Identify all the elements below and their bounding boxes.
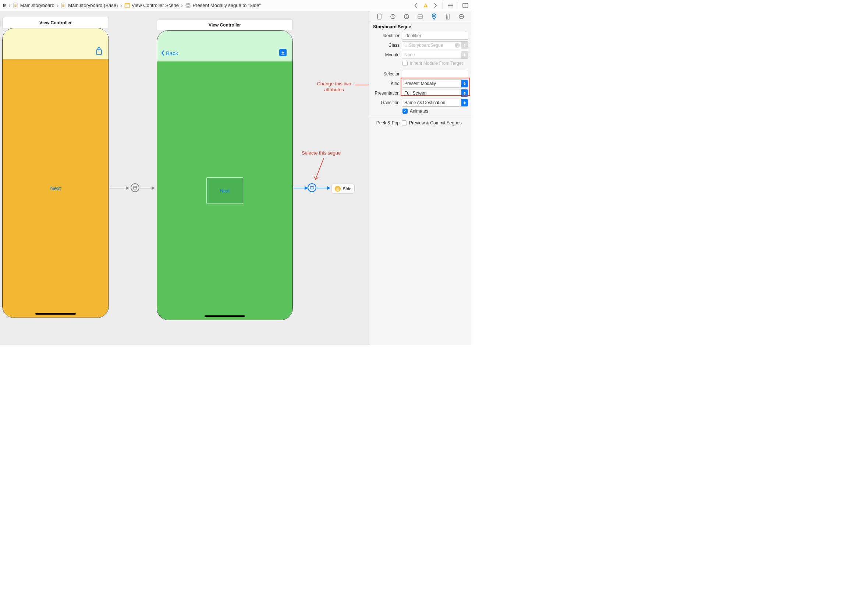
segue-icon-modal-selected[interactable] xyxy=(308,183,316,192)
storyboard-file-icon xyxy=(13,3,19,9)
attributes-inspector-tab-icon[interactable] xyxy=(430,13,438,21)
download-icon[interactable] xyxy=(279,49,287,56)
kind-label: Kind xyxy=(369,81,400,86)
storyboard-canvas[interactable]: View Controller Next View Controller xyxy=(0,11,369,345)
storyboard-ref-icon: ◎ xyxy=(335,186,341,192)
home-indicator xyxy=(35,313,76,315)
inspector-divider xyxy=(369,117,471,117)
svg-rect-2 xyxy=(14,5,16,6)
kind-row: Kind Present Modally xyxy=(369,79,471,88)
svg-rect-17 xyxy=(463,3,468,8)
breadcrumb-label: Present Modally segue to "Side" xyxy=(192,3,261,8)
selector-input[interactable] xyxy=(402,70,468,78)
size-inspector-tab-icon[interactable] xyxy=(444,13,452,21)
vc2-body: Next xyxy=(157,62,293,320)
toolbar-divider xyxy=(458,2,458,9)
breadcrumb-item-1[interactable]: Main.storyboard xyxy=(12,3,55,9)
identifier-label: Identifier xyxy=(369,33,400,38)
chevron-updown-icon xyxy=(462,89,468,97)
issues-warning-icon[interactable] xyxy=(422,2,429,9)
svg-rect-5 xyxy=(62,4,64,4)
annotation-arrow-attributes xyxy=(355,85,369,85)
breadcrumb-item-4[interactable]: Present Modally segue to "Side" xyxy=(184,3,262,9)
side-reference-badge[interactable]: ◎ Side xyxy=(331,184,355,194)
annotation-change-attributes: Change this two attributes xyxy=(312,81,356,93)
inherit-module-checkbox[interactable] xyxy=(403,61,407,66)
nav-forward-button[interactable] xyxy=(432,2,439,9)
breadcrumb-label: View Controller Scene xyxy=(132,3,179,8)
scene-icon xyxy=(125,3,130,9)
breadcrumb-label: Main.storyboard (Base) xyxy=(68,3,118,8)
breadcrumb-right-controls xyxy=(412,2,469,9)
svg-rect-28 xyxy=(378,14,381,19)
presentation-select[interactable]: Full Screen xyxy=(402,89,468,97)
nav-back-button[interactable] xyxy=(412,2,420,9)
transition-select[interactable]: Same As Destination xyxy=(402,98,468,107)
breadcrumb-label: Main.storyboard xyxy=(20,3,54,8)
view-controller-2[interactable]: View Controller Back Next xyxy=(157,19,293,320)
back-button[interactable]: Back xyxy=(161,50,178,56)
back-label: Back xyxy=(166,50,178,56)
inherit-module-label: Inherit Module From Target xyxy=(410,61,463,66)
svg-rect-32 xyxy=(418,15,422,18)
chevron-updown-icon xyxy=(462,42,468,49)
svg-rect-13 xyxy=(425,7,426,7)
segue-arrow-1b[interactable] xyxy=(140,188,154,188)
kind-value: Present Modally xyxy=(404,81,436,86)
segue-arrow-1[interactable] xyxy=(110,188,129,188)
breadcrumb-bar: ls Main.storyboard Main.storyboard (Base… xyxy=(0,0,471,11)
presentation-value: Full Screen xyxy=(404,91,427,96)
segue-icon-push[interactable] xyxy=(130,183,139,192)
peek-pop-checkbox[interactable] xyxy=(402,120,407,126)
segue-arrow-selected-b[interactable] xyxy=(317,188,330,188)
inspector-section-title: Storyboard Segue xyxy=(369,22,471,31)
connections-inspector-tab-icon[interactable] xyxy=(457,13,465,21)
breadcrumb-label: ls xyxy=(3,3,6,8)
share-icon[interactable] xyxy=(95,47,103,57)
adjust-editor-icon[interactable] xyxy=(462,2,469,9)
chevron-down-icon xyxy=(462,51,468,59)
svg-rect-26 xyxy=(311,186,314,189)
annotation-select-segue: Selecte this segue xyxy=(302,150,341,156)
next-button[interactable]: Next xyxy=(50,185,61,191)
inspector-tabs: ? xyxy=(369,11,471,22)
animates-checkbox[interactable] xyxy=(403,109,407,114)
kind-select[interactable]: Present Modally xyxy=(402,79,468,88)
storyboard-file-icon xyxy=(61,3,67,9)
view-controller-1[interactable]: View Controller Next xyxy=(2,17,109,318)
side-label: Side xyxy=(343,186,351,191)
module-select[interactable]: None xyxy=(402,51,468,59)
vc-title-bar[interactable]: View Controller xyxy=(157,19,293,30)
transition-row: Transition Same As Destination xyxy=(369,98,471,107)
breadcrumb-item-2[interactable]: Main.storyboard (Base) xyxy=(60,3,119,9)
container-view-next[interactable]: Next xyxy=(207,177,243,204)
file-inspector-tab-icon[interactable] xyxy=(375,13,383,21)
help-inspector-tab-icon[interactable]: ? xyxy=(403,13,410,21)
module-row: Module None xyxy=(369,50,471,60)
clear-icon[interactable]: ○ xyxy=(455,43,460,48)
segue-arrow-selected-a[interactable] xyxy=(294,188,308,188)
identifier-input[interactable] xyxy=(402,32,468,40)
breadcrumb-separator xyxy=(180,2,183,9)
peek-pop-label: Peek & Pop xyxy=(369,120,400,126)
breadcrumb-item-3[interactable]: View Controller Scene xyxy=(124,3,180,9)
outline-view-icon[interactable] xyxy=(447,2,454,9)
peek-pop-option: Preview & Commit Segues xyxy=(409,120,462,126)
inherit-module-row: Inherit Module From Target xyxy=(369,60,471,67)
class-row: Class UIStoryboardSegue ○ xyxy=(369,41,471,50)
class-select[interactable]: UIStoryboardSegue ○ xyxy=(402,41,468,49)
module-label: Module xyxy=(369,52,400,57)
vc-title-bar[interactable]: View Controller xyxy=(2,17,109,28)
chevron-updown-icon xyxy=(462,99,468,106)
class-value: UIStoryboardSegue xyxy=(404,43,443,48)
breadcrumb-item-0[interactable]: ls xyxy=(2,3,7,8)
phone-frame-1: Next xyxy=(2,28,109,318)
svg-rect-11 xyxy=(187,4,189,7)
nav-bar-area xyxy=(3,28,108,59)
identity-inspector-tab-icon[interactable] xyxy=(416,13,424,21)
transition-value: Same As Destination xyxy=(404,100,445,105)
history-inspector-tab-icon[interactable] xyxy=(389,13,397,21)
svg-rect-9 xyxy=(125,3,129,4)
breadcrumb-separator xyxy=(8,2,11,9)
presentation-row: Presentation Full Screen xyxy=(369,88,471,98)
